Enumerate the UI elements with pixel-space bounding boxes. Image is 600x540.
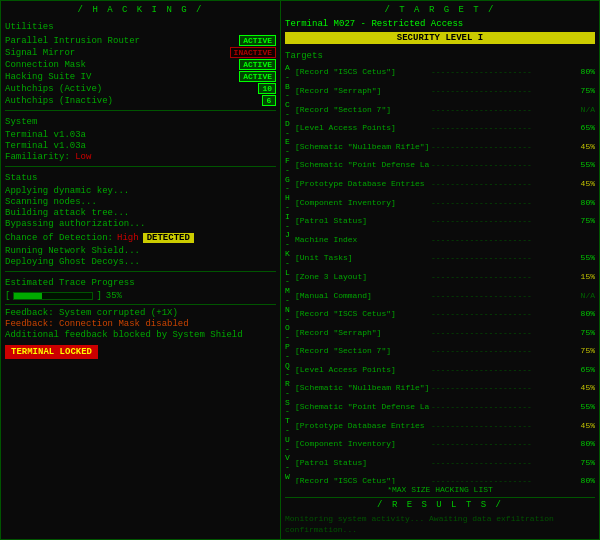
target-desc-15: [Record "Section 7"]: [295, 347, 429, 356]
target-desc-1: [Record "Serraph"]: [295, 87, 429, 96]
status-line-4: Bypassing authorization...: [5, 219, 276, 229]
target-pct-10: 55%: [567, 254, 595, 263]
status-title: Status: [5, 173, 276, 183]
target-letter-2: C -: [285, 101, 295, 119]
progress-bar: [13, 292, 93, 300]
target-desc-8: [Patrol Status]: [295, 217, 429, 226]
utility-badge-5: 6: [262, 95, 276, 106]
target-pct-17: 45%: [567, 384, 595, 393]
utility-row-1: Signal MirrorINACTIVE: [5, 47, 276, 58]
target-row-3: D -[Level Access Points]----------------…: [285, 120, 595, 138]
target-row-22: W -[Record "ISCS Cetus"]----------------…: [285, 473, 595, 484]
trace-title: Estimated Trace Progress: [5, 278, 276, 288]
detection-line: Chance of Detection: High DETECTED: [5, 233, 276, 243]
target-pct-22: 80%: [567, 477, 595, 484]
target-dots-2: ---------------------: [431, 106, 565, 115]
left-header: / H A C K I N G /: [5, 5, 276, 15]
right-header: / T A R G E T /: [285, 5, 595, 15]
target-row-17: R -[Schematic "Nullbeam Rifle"]---------…: [285, 380, 595, 398]
utility-label-0: Parallel Intrusion Router: [5, 36, 140, 46]
max-size-note: *MAX SIZE HACKING LIST: [285, 485, 595, 494]
target-row-9: J -Machine Index---------------------: [285, 231, 595, 249]
target-desc-9: Machine Index: [295, 236, 429, 245]
target-letter-10: K -: [285, 250, 295, 268]
progress-fill: [14, 293, 41, 299]
target-dots-14: ---------------------: [431, 329, 565, 338]
target-row-11: L -[Zone 3 Layout]---------------------1…: [285, 269, 595, 287]
target-letter-0: A -: [285, 64, 295, 82]
target-letter-21: V -: [285, 454, 295, 472]
target-letter-17: R -: [285, 380, 295, 398]
target-row-16: Q -[Level Access Points]----------------…: [285, 362, 595, 380]
target-row-5: F -[Schematic "Point Defense Laser"]----…: [285, 157, 595, 175]
target-desc-2: [Record "Section 7"]: [295, 106, 429, 115]
detection-label: Chance of Detection:: [5, 233, 113, 243]
target-dots-4: ---------------------: [431, 143, 565, 152]
target-pct-6: 45%: [567, 180, 595, 189]
target-pct-8: 75%: [567, 217, 595, 226]
target-letter-18: S -: [285, 399, 295, 417]
target-letter-11: L -: [285, 269, 295, 287]
utility-label-3: Hacking Suite IV: [5, 72, 91, 82]
main-container: / H A C K I N G / Utilities Parallel Int…: [0, 0, 600, 540]
target-desc-0: [Record "ISCS Cetus"]: [295, 68, 429, 77]
utility-badge-0: ACTIVE: [239, 35, 276, 46]
target-letter-5: F -: [285, 157, 295, 175]
target-row-4: E -[Schematic "Nullbeam Rifle"]---------…: [285, 138, 595, 156]
target-letter-13: N -: [285, 306, 295, 324]
status-line-2: Scanning nodes...: [5, 197, 276, 207]
target-desc-12: [Manual Command]: [295, 292, 429, 301]
target-letter-3: D -: [285, 120, 295, 138]
target-dots-18: ---------------------: [431, 403, 565, 412]
terminal-locked-badge[interactable]: TERMINAL LOCKED: [5, 341, 276, 359]
target-desc-20: [Component Inventory]: [295, 440, 429, 449]
target-desc-14: [Record "Serraph"]: [295, 329, 429, 338]
target-letter-15: P -: [285, 343, 295, 361]
detected-badge: DETECTED: [143, 233, 194, 243]
utility-badge-4: 10: [258, 83, 276, 94]
target-dots-13: ---------------------: [431, 310, 565, 319]
target-desc-19: [Prototype Database Entries (3)]: [295, 422, 429, 431]
target-desc-18: [Schematic "Point Defense Laser"]: [295, 403, 429, 412]
utility-label-2: Connection Mask: [5, 60, 86, 70]
target-letter-7: H -: [285, 194, 295, 212]
progress-text: 35%: [106, 291, 122, 301]
target-desc-10: [Unit Tasks]: [295, 254, 429, 263]
target-pct-13: 80%: [567, 310, 595, 319]
target-pct-3: 65%: [567, 124, 595, 133]
target-letter-9: J -: [285, 231, 295, 249]
target-pct-20: 80%: [567, 440, 595, 449]
target-desc-4: [Schematic "Nullbeam Rifle"]: [295, 143, 429, 152]
target-letter-6: G -: [285, 176, 295, 194]
target-pct-15: 75%: [567, 347, 595, 356]
target-dots-22: ---------------------: [431, 477, 565, 484]
target-letter-20: U -: [285, 436, 295, 454]
target-desc-16: [Level Access Points]: [295, 366, 429, 375]
target-row-15: P -[Record "Section 7"]-----------------…: [285, 343, 595, 361]
progress-open-bracket: [: [5, 291, 10, 301]
target-desc-3: [Level Access Points]: [295, 124, 429, 133]
target-dots-16: ---------------------: [431, 366, 565, 375]
utilities-title: Utilities: [5, 22, 276, 32]
target-desc-11: [Zone 3 Layout]: [295, 273, 429, 282]
target-row-12: M -[Manual Command]---------------------…: [285, 287, 595, 305]
left-panel: / H A C K I N G / Utilities Parallel Int…: [1, 1, 281, 539]
system-title: System: [5, 117, 276, 127]
target-pct-0: 80%: [567, 68, 595, 77]
progress-bar-container: [ ] 35%: [5, 291, 276, 301]
target-row-0: A -[Record "ISCS Cetus"]----------------…: [285, 64, 595, 82]
target-title: Terminal M027 - Restricted Access: [285, 19, 595, 29]
target-pct-16: 65%: [567, 366, 595, 375]
results-section: / R E S U L T S / Monitoring system acti…: [285, 497, 595, 535]
target-row-8: I -[Patrol Status]---------------------7…: [285, 213, 595, 231]
target-desc-21: [Patrol Status]: [295, 459, 429, 468]
targets-list: A -[Record "ISCS Cetus"]----------------…: [285, 64, 595, 484]
target-dots-10: ---------------------: [431, 254, 565, 263]
target-dots-0: ---------------------: [431, 68, 565, 77]
right-panel: / T A R G E T / Terminal M027 - Restrict…: [281, 1, 599, 539]
target-letter-4: E -: [285, 138, 295, 156]
target-row-14: O -[Record "Serraph"]-------------------…: [285, 324, 595, 342]
target-pct-19: 45%: [567, 422, 595, 431]
familiarity-value: Low: [75, 152, 91, 162]
target-pct-4: 45%: [567, 143, 595, 152]
